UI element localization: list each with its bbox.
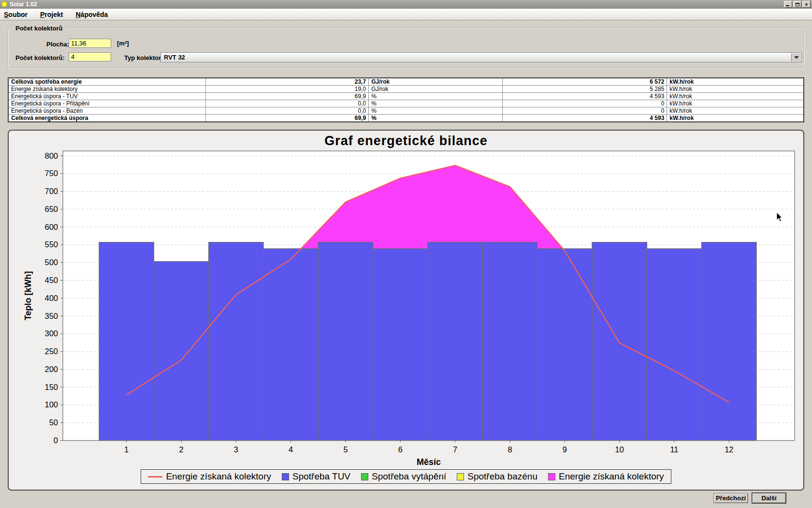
svg-text:4: 4 [289,445,293,454]
legend-square-marker [457,473,464,480]
chart-svg: 0501001502002503003504004505005506006507… [9,131,805,492]
pocet-input[interactable] [69,52,111,61]
svg-text:500: 500 [44,258,58,267]
svg-text:150: 150 [44,383,58,391]
svg-text:5: 5 [343,445,348,454]
table-row: Celková energetická úspora 69,9 % 4 593 … [8,115,804,122]
pocet-label: Počet kolektorů: [15,54,65,61]
row-label: Celková energetická úspora [8,115,205,122]
row-label: Energie získaná kolektory [8,86,205,93]
table-row: Energetická úspora - Přitápění 0,0 % 0 k… [8,100,804,107]
row-label: Celková spotřeba energie [8,78,205,86]
row-unit-kwh: kW.h/rok [667,78,804,86]
title-bar: Solar 1.02 × [0,0,812,9]
row-value-kwh: 6 572 [502,78,667,86]
svg-text:Teplo [kWh]: Teplo [kWh] [23,271,33,320]
legend-item: Energie získaná kolektory [548,471,664,482]
svg-text:10: 10 [615,445,624,454]
legend-square-marker [361,473,368,480]
row-unit-kwh: kW.h/rok [667,115,804,122]
chart-legend: Energie získaná kolektorySpotřeba TUVSpo… [9,469,803,484]
legend-square-marker [548,473,555,480]
row-value-kwh: 5 285 [502,86,667,93]
minimize-button[interactable] [784,1,792,8]
menu-bar: Soubor Projekt Nápověda [0,9,812,20]
svg-text:0: 0 [54,436,58,445]
svg-text:350: 350 [44,312,58,320]
row-unit-pct: % [369,100,503,107]
legend-label: Spotřeba bazénu [467,471,537,482]
svg-text:200: 200 [44,365,58,374]
menu-projekt[interactable]: Projekt [40,11,63,18]
svg-text:9: 9 [563,445,567,454]
row-label: Energetická úspora - Přitápění [8,100,205,107]
row-label: Energetická úspora - Bazén [8,107,205,115]
row-unit-gj: GJ/rok [369,86,503,93]
row-value-gj: 19,0 [205,86,368,93]
svg-text:700: 700 [44,187,58,195]
legend-item: Spotřeba bazénu [457,471,537,482]
legend-label: Energie získaná kolektory [166,471,271,482]
svg-text:250: 250 [44,347,58,356]
svg-text:800: 800 [44,151,58,160]
svg-text:50: 50 [49,418,58,427]
restore-button[interactable] [793,1,801,8]
row-value-kwh: 0 [502,107,667,115]
legend-item: Spotřeba TUV [282,471,350,482]
row-unit-kwh: kW.h/rok [667,93,804,100]
row-value-pct: 69,9 [205,93,368,100]
legend-label: Spotřeba TUV [292,471,350,482]
row-unit-pct: % [369,93,503,100]
legend-label: Energie získaná kolektory [559,471,664,482]
row-value-kwh: 4 593 [502,93,667,100]
previous-button[interactable]: Předchozí [713,493,748,503]
row-value-kwh: 0 [502,100,667,107]
chevron-down-icon[interactable] [791,53,801,61]
row-label: Energetická úspora - TUV [8,93,205,100]
typ-kolektoru-select[interactable]: RVT 32 [160,52,802,62]
app-sun-icon [1,1,7,7]
menu-soubor[interactable]: Soubor [4,11,28,18]
row-unit-gj: GJ/rok [369,78,503,86]
next-button[interactable]: Další [752,493,786,503]
table-row: Energie získaná kolektory 19,0 GJ/rok 5 … [8,86,804,93]
row-unit-kwh: kW.h/rok [667,107,804,115]
legend-item: Energie získaná kolektory [148,471,271,482]
svg-text:550: 550 [44,240,58,249]
energy-balance-chart: Graf energetické bilance 050100150200250… [8,130,804,491]
table-row: Energetická úspora - Bazén 0,0 % 0 kW.h/… [8,107,804,115]
table-row: Celková spotřeba energie 23,7 GJ/rok 6 5… [8,78,804,86]
row-unit-kwh: kW.h/rok [667,100,804,107]
svg-text:12: 12 [725,445,733,454]
window-title: Solar 1.02 [10,1,783,8]
svg-text:6: 6 [398,445,403,454]
row-value-pct: 69,9 [205,115,368,122]
svg-text:650: 650 [44,205,58,213]
row-unit-pct: % [369,107,503,115]
svg-text:8: 8 [508,445,512,454]
svg-text:100: 100 [44,400,58,409]
groupbox-title: Počet kolektorů [14,25,65,32]
menu-napoveda[interactable]: Nápověda [75,11,108,18]
energy-results-table: Celková spotřeba energie 23,7 GJ/rok 6 5… [8,77,804,122]
svg-text:300: 300 [44,329,58,338]
plocha-label: Plocha: [46,41,69,48]
svg-text:Měsíc: Měsíc [417,457,441,467]
svg-text:1: 1 [124,445,129,454]
plocha-unit-label: [m²] [117,40,129,47]
legend-label: Spotřeba vytápění [372,471,446,482]
close-button[interactable]: × [802,1,811,8]
typ-kolektoru-value: RVT 32 [164,54,185,61]
row-value-pct: 0,0 [205,100,368,107]
row-value-gj: 23,7 [205,78,368,86]
row-value-pct: 0,0 [205,107,368,115]
restore-icon [796,3,799,6]
svg-text:600: 600 [44,223,58,231]
collector-groupbox: Počet kolektorů Plocha: [m²] Počet kolek… [8,28,804,69]
row-unit-kwh: kW.h/rok [667,86,804,93]
mouse-cursor [776,212,783,223]
plocha-input[interactable] [69,39,111,48]
minimize-icon [786,5,789,6]
legend-line-marker [148,476,162,478]
chart-legend-inner: Energie získaná kolektorySpotřeba TUVSpo… [141,469,671,484]
